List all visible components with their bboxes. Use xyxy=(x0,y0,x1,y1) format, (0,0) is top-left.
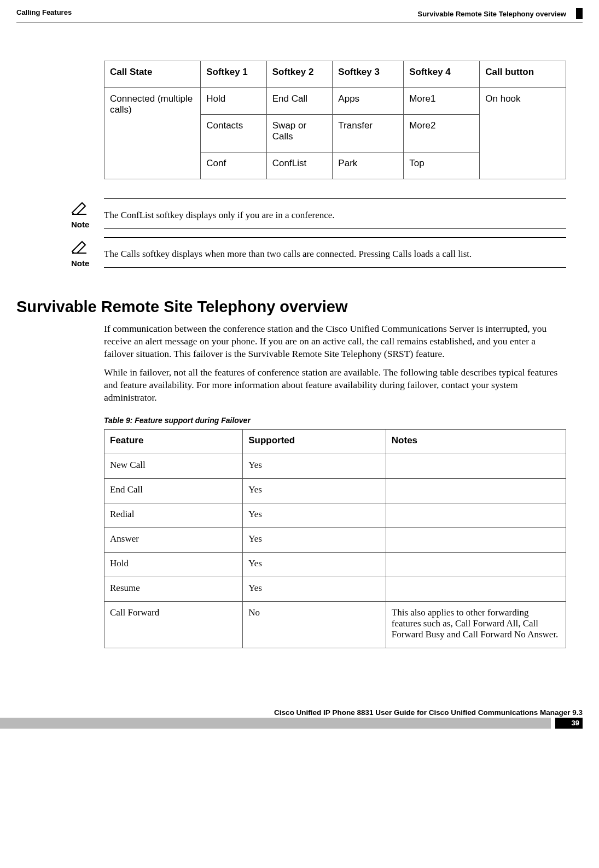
cell: Hold xyxy=(104,552,243,577)
cell: Yes xyxy=(243,577,386,601)
cell: Conf xyxy=(201,153,267,179)
cell xyxy=(386,454,566,478)
cell: Call Forward xyxy=(104,601,243,648)
th-softkey4: Softkey 4 xyxy=(404,61,480,88)
cell: Top xyxy=(404,153,480,179)
cell xyxy=(386,552,566,577)
cell: Transfer xyxy=(333,115,404,153)
table-row: New CallYes xyxy=(104,454,566,478)
cell: Park xyxy=(333,153,404,179)
table-caption: Table 9: Feature support during Failover xyxy=(104,416,566,425)
th-softkey1: Softkey 1 xyxy=(201,61,267,88)
cell: Yes xyxy=(243,552,386,577)
pencil-icon xyxy=(71,239,104,256)
th-softkey2: Softkey 2 xyxy=(266,61,333,88)
note-text: The ConfList softkey displays only if yo… xyxy=(104,198,566,229)
cell: Redial xyxy=(104,503,243,527)
note-block: Note The Calls softkey displays when mor… xyxy=(71,237,566,268)
paragraph: While in failover, not all the features … xyxy=(104,366,566,403)
softkey-table: Call State Softkey 1 Softkey 2 Softkey 3… xyxy=(104,61,566,179)
cell xyxy=(386,577,566,601)
note-block: Note The ConfList softkey displays only … xyxy=(71,198,566,229)
table-row: Call ForwardNoThis also applies to other… xyxy=(104,601,566,648)
cell: Resume xyxy=(104,577,243,601)
cell-call-state: Connected (multiple calls) xyxy=(104,88,201,179)
th-notes: Notes xyxy=(386,429,566,454)
cell: Yes xyxy=(243,478,386,503)
note-label: Note xyxy=(71,220,104,229)
page-number: 39 xyxy=(555,718,583,729)
section-title: Survivable Remote Site Telephony overvie… xyxy=(16,298,583,316)
th-call-state: Call State xyxy=(104,61,201,88)
paragraph: If communication between the conference … xyxy=(104,322,566,360)
cell xyxy=(386,527,566,552)
pencil-icon xyxy=(71,201,104,218)
cell-call-button: On hook xyxy=(480,88,566,179)
table-row: End CallYes xyxy=(104,478,566,503)
note-text: The Calls softkey displays when more tha… xyxy=(104,237,566,268)
cell: Yes xyxy=(243,527,386,552)
feature-table: Feature Supported Notes New CallYesEnd C… xyxy=(104,429,566,648)
cell: Yes xyxy=(243,503,386,527)
cell: Apps xyxy=(333,88,404,115)
th-feature: Feature xyxy=(104,429,243,454)
table-header-row: Feature Supported Notes xyxy=(104,429,566,454)
cell: Contacts xyxy=(201,115,267,153)
header-topic: Survivable Remote Site Telephony overvie… xyxy=(418,10,566,18)
header-marker-icon xyxy=(576,8,583,19)
note-label: Note xyxy=(71,259,104,268)
th-softkey3: Softkey 3 xyxy=(333,61,404,88)
cell: ConfList xyxy=(266,153,333,179)
footer-bar xyxy=(0,718,551,729)
table-row: HoldYes xyxy=(104,552,566,577)
footer-title: Cisco Unified IP Phone 8831 User Guide f… xyxy=(0,708,599,717)
cell: Yes xyxy=(243,454,386,478)
cell xyxy=(386,503,566,527)
cell: More2 xyxy=(404,115,480,153)
cell: New Call xyxy=(104,454,243,478)
table-row: AnswerYes xyxy=(104,527,566,552)
header-chapter: Calling Features xyxy=(16,8,72,16)
header-rule xyxy=(16,22,583,22)
cell: This also applies to other forwarding fe… xyxy=(386,601,566,648)
page-footer: Cisco Unified IP Phone 8831 User Guide f… xyxy=(0,708,599,729)
th-supported: Supported xyxy=(243,429,386,454)
th-call-button: Call button xyxy=(480,61,566,88)
cell: Hold xyxy=(201,88,267,115)
cell: Swap or Calls xyxy=(266,115,333,153)
table-header-row: Call State Softkey 1 Softkey 2 Softkey 3… xyxy=(104,61,566,88)
cell: End Call xyxy=(266,88,333,115)
cell: Answer xyxy=(104,527,243,552)
cell: No xyxy=(243,601,386,648)
table-row: ResumeYes xyxy=(104,577,566,601)
page-header: Calling Features Survivable Remote Site … xyxy=(16,8,583,19)
cell: End Call xyxy=(104,478,243,503)
cell: More1 xyxy=(404,88,480,115)
table-row: Connected (multiple calls) Hold End Call… xyxy=(104,88,566,115)
table-row: RedialYes xyxy=(104,503,566,527)
cell xyxy=(386,478,566,503)
